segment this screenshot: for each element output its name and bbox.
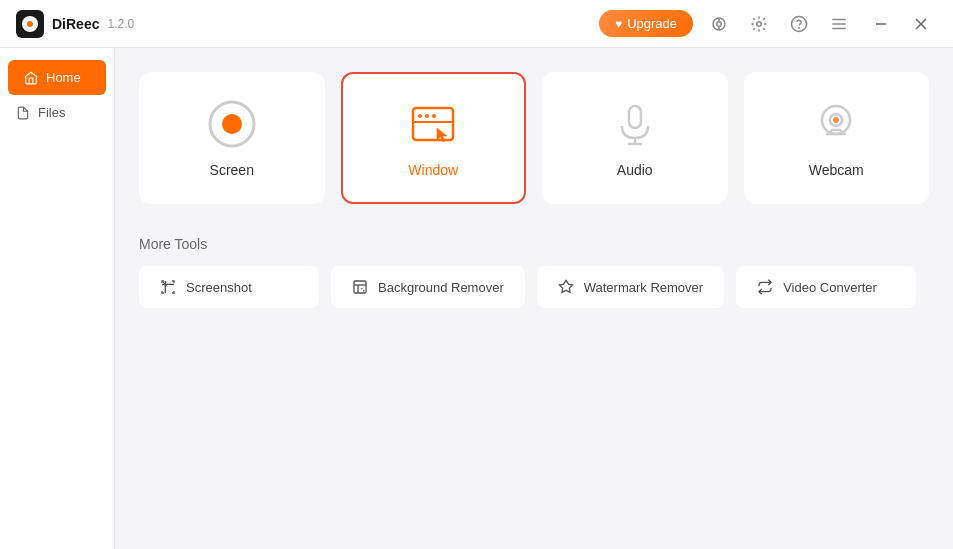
svg-point-14: [222, 114, 242, 134]
webcam-icon: [810, 98, 862, 150]
upgrade-button[interactable]: ♥ Upgrade: [599, 10, 693, 37]
sidebar-item-home-label: Home: [46, 70, 81, 85]
svg-point-18: [432, 114, 436, 118]
tools-grid: Screenshot Background Remover: [139, 266, 929, 308]
close-button[interactable]: [905, 8, 937, 40]
webcam-label: Webcam: [809, 162, 864, 178]
audio-label: Audio: [617, 162, 653, 178]
tool-item-background-remover[interactable]: Background Remover: [331, 266, 525, 308]
background-remover-label: Background Remover: [378, 280, 504, 295]
settings-gear-button[interactable]: [745, 10, 773, 38]
screenshot-label: Screenshot: [186, 280, 252, 295]
sidebar-item-home[interactable]: Home: [8, 60, 106, 95]
watermark-remover-icon: [558, 279, 574, 295]
svg-point-4: [757, 21, 762, 26]
more-tools-title: More Tools: [139, 236, 929, 252]
window-label: Window: [408, 162, 458, 178]
content-area: Screen: [115, 48, 953, 549]
record-card-webcam[interactable]: Webcam: [744, 72, 930, 204]
svg-point-25: [833, 117, 839, 123]
sidebar-item-files[interactable]: Files: [0, 95, 114, 130]
sidebar-item-files-label: Files: [38, 105, 65, 120]
settings-icon-button[interactable]: [705, 10, 733, 38]
help-button[interactable]: [785, 10, 813, 38]
watermark-remover-label: Watermark Remover: [584, 280, 703, 295]
title-bar: DiReec 1.2.0 ♥ Upgrade: [0, 0, 953, 48]
svg-point-0: [717, 21, 722, 26]
svg-rect-15: [413, 108, 453, 140]
tool-item-video-converter[interactable]: Video Converter: [736, 266, 916, 308]
home-icon: [24, 71, 38, 85]
minimize-button[interactable]: [865, 8, 897, 40]
app-version: 1.2.0: [107, 17, 134, 31]
screenshot-icon: [160, 279, 176, 295]
video-converter-icon: [757, 279, 773, 295]
app-logo: [16, 10, 44, 38]
audio-icon: [609, 98, 661, 150]
tool-item-screenshot[interactable]: Screenshot: [139, 266, 319, 308]
video-converter-label: Video Converter: [783, 280, 877, 295]
svg-rect-29: [354, 281, 366, 293]
app-name: DiReec: [52, 16, 99, 32]
record-card-screen[interactable]: Screen: [139, 72, 325, 204]
cards-row: Screen: [139, 72, 929, 204]
record-card-window[interactable]: Window: [341, 72, 527, 204]
sidebar: Home Files: [0, 48, 115, 549]
app-logo-dot: [27, 21, 33, 27]
more-tools-section: More Tools Screenshot: [139, 236, 929, 308]
tool-item-watermark-remover[interactable]: Watermark Remover: [537, 266, 724, 308]
screen-label: Screen: [210, 162, 254, 178]
main-layout: Home Files: [0, 48, 953, 549]
background-remover-icon: [352, 279, 368, 295]
window-icon: [407, 98, 459, 150]
files-icon: [16, 106, 30, 120]
title-bar-left: DiReec 1.2.0: [16, 10, 134, 38]
menu-button[interactable]: [825, 10, 853, 38]
window-controls: [865, 8, 937, 40]
title-bar-right: ♥ Upgrade: [599, 8, 937, 40]
svg-rect-20: [629, 106, 641, 128]
app-logo-inner: [22, 16, 38, 32]
svg-point-17: [425, 114, 429, 118]
record-card-audio[interactable]: Audio: [542, 72, 728, 204]
heart-icon: ♥: [615, 17, 622, 31]
svg-point-16: [418, 114, 422, 118]
screen-icon: [206, 98, 258, 150]
svg-point-6: [799, 27, 800, 28]
